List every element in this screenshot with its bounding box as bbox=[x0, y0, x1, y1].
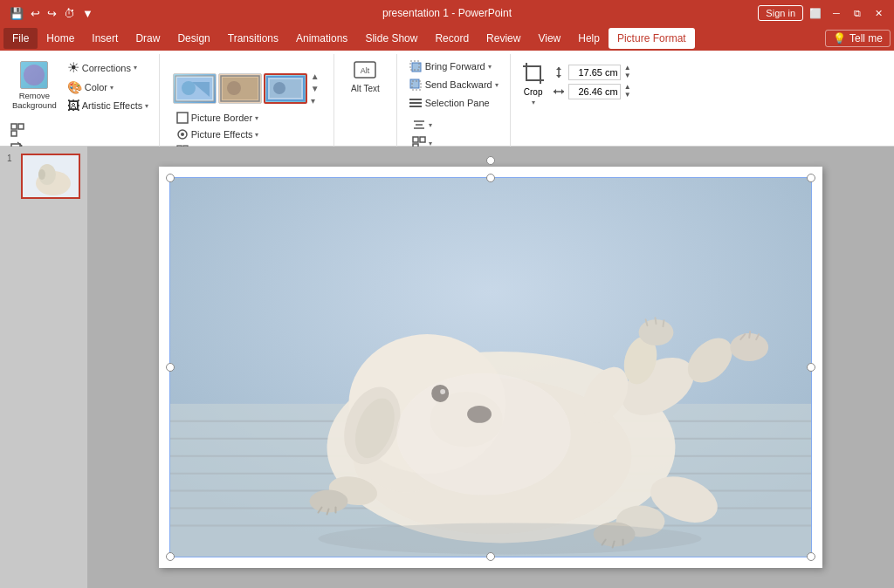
height-input[interactable] bbox=[568, 65, 621, 80]
align-button[interactable]: ▾ bbox=[409, 116, 436, 133]
crop-button[interactable]: Crop ▾ bbox=[518, 58, 549, 110]
width-spin[interactable]: ▲ ▼ bbox=[624, 84, 631, 99]
corrections-dropdown[interactable]: ▾ bbox=[134, 64, 137, 72]
canvas-area bbox=[87, 147, 894, 588]
handle-e[interactable] bbox=[807, 363, 815, 372]
handle-s[interactable] bbox=[486, 552, 495, 561]
selected-image-container[interactable] bbox=[169, 177, 812, 557]
styles-more[interactable]: ▾ bbox=[309, 95, 321, 106]
timer-qa-btn[interactable]: ⏱ bbox=[61, 5, 78, 22]
height-down[interactable]: ▼ bbox=[624, 72, 631, 80]
close-button[interactable]: ✕ bbox=[870, 4, 887, 22]
handle-nw[interactable] bbox=[166, 174, 175, 182]
compress-icon bbox=[10, 123, 24, 137]
svg-point-9 bbox=[227, 81, 241, 95]
menu-home[interactable]: Home bbox=[38, 28, 83, 49]
svg-point-6 bbox=[182, 81, 196, 95]
title-bar-left: 💾 ↩ ↪ ⏱ ▼ bbox=[7, 5, 96, 22]
menu-file[interactable]: File bbox=[3, 28, 38, 49]
crop-label: Crop bbox=[524, 87, 543, 97]
bring-forward-dropdown[interactable]: ▾ bbox=[488, 63, 492, 71]
color-dropdown[interactable]: ▾ bbox=[110, 84, 113, 92]
svg-point-12 bbox=[273, 82, 285, 94]
color-icon: 🎨 bbox=[67, 80, 82, 94]
style-preview-3[interactable] bbox=[264, 73, 307, 104]
style-preview-1[interactable] bbox=[173, 73, 217, 104]
app-body: 1 bbox=[0, 147, 894, 588]
svg-rect-1 bbox=[18, 124, 24, 129]
width-input-row: ▲ ▼ bbox=[553, 84, 631, 99]
artistic-effects-button[interactable]: 🖼 Artistic Effects ▾ bbox=[64, 97, 152, 114]
maximize-button[interactable]: ⬜ bbox=[807, 4, 824, 22]
menu-slideshow[interactable]: Slide Show bbox=[356, 28, 426, 49]
handle-ne[interactable] bbox=[807, 174, 815, 182]
menu-picture-format[interactable]: Picture Format bbox=[609, 28, 695, 49]
menu-draw[interactable]: Draw bbox=[127, 28, 168, 49]
redo-qa-btn[interactable]: ↪ bbox=[45, 5, 59, 22]
height-icon bbox=[553, 66, 565, 79]
width-down[interactable]: ▼ bbox=[624, 92, 631, 99]
corrections-button[interactable]: ☀ Corrections ▾ bbox=[64, 58, 152, 78]
handle-n[interactable] bbox=[486, 174, 495, 182]
send-backward-dropdown[interactable]: ▾ bbox=[495, 81, 499, 89]
tell-me-label: Tell me bbox=[849, 32, 883, 44]
picture-border-button[interactable]: Picture Border ▾ bbox=[173, 110, 321, 126]
send-backward-button[interactable]: Send Backward ▾ bbox=[405, 76, 502, 93]
remove-background-icon bbox=[20, 61, 48, 89]
handle-se[interactable] bbox=[807, 552, 815, 561]
style-preview-2[interactable] bbox=[218, 73, 262, 104]
menu-view[interactable]: View bbox=[529, 28, 569, 49]
crop-dropdown-arrow[interactable]: ▾ bbox=[532, 99, 535, 106]
remove-background-button[interactable]: RemoveBackground bbox=[7, 54, 62, 117]
styles-scroll-up[interactable]: ▲ bbox=[309, 71, 321, 82]
ribbon: RemoveBackground ☀ Corrections ▾ 🎨 Color… bbox=[0, 51, 894, 147]
slide-1-thumbnail[interactable] bbox=[21, 154, 80, 199]
restore-button[interactable]: ⧉ bbox=[849, 4, 866, 22]
svg-rect-32 bbox=[413, 137, 418, 142]
slide-panel[interactable]: 1 bbox=[0, 147, 87, 588]
alt-text-button[interactable]: Alt Alt Text bbox=[347, 54, 383, 97]
selection-pane-button[interactable]: Selection Pane bbox=[405, 94, 502, 112]
window-title: presentation 1 - PowerPoint bbox=[382, 7, 512, 19]
menu-insert[interactable]: Insert bbox=[83, 28, 127, 49]
menu-design[interactable]: Design bbox=[168, 28, 218, 49]
svg-rect-13 bbox=[177, 113, 188, 123]
handle-w[interactable] bbox=[166, 363, 175, 372]
artistic-effects-dropdown[interactable]: ▾ bbox=[145, 102, 148, 110]
menu-review[interactable]: Review bbox=[478, 28, 529, 49]
menu-bar: File Home Insert Draw Design Transitions… bbox=[0, 26, 894, 51]
bring-forward-button[interactable]: Bring Forward ▾ bbox=[405, 58, 502, 75]
svg-point-41 bbox=[38, 169, 45, 180]
compress-pictures-button[interactable] bbox=[7, 121, 28, 139]
alt-text-label: Alt Text bbox=[351, 84, 380, 93]
picture-effects-dropdown[interactable]: ▾ bbox=[255, 131, 258, 139]
picture-border-label: Picture Border bbox=[191, 113, 252, 123]
slide-1-thumb[interactable]: 1 bbox=[7, 154, 80, 199]
align-icon bbox=[412, 118, 426, 132]
picture-effects-button[interactable]: Picture Effects ▾ bbox=[173, 126, 321, 142]
styles-scroll-down[interactable]: ▼ bbox=[309, 83, 321, 94]
align-dropdown[interactable]: ▾ bbox=[429, 121, 432, 129]
handle-sw[interactable] bbox=[166, 552, 175, 561]
picture-effects-icon bbox=[176, 128, 189, 140]
corrections-label: Corrections bbox=[82, 63, 131, 73]
menu-record[interactable]: Record bbox=[426, 28, 478, 49]
rotation-handle[interactable] bbox=[486, 156, 495, 165]
sign-in-button[interactable]: Sign in bbox=[758, 5, 803, 21]
picture-border-icon bbox=[176, 112, 189, 124]
tell-me-box[interactable]: 💡 Tell me bbox=[825, 30, 891, 47]
color-button[interactable]: 🎨 Color ▾ bbox=[64, 79, 152, 96]
menu-animations[interactable]: Animations bbox=[287, 28, 356, 49]
minimize-button[interactable]: ─ bbox=[828, 4, 845, 22]
picture-border-dropdown[interactable]: ▾ bbox=[255, 114, 258, 122]
undo-qa-btn[interactable]: ↩ bbox=[28, 5, 43, 22]
menu-help[interactable]: Help bbox=[569, 28, 609, 49]
dropdown-qa-btn[interactable]: ▼ bbox=[79, 5, 96, 22]
height-spin[interactable]: ▲ ▼ bbox=[624, 65, 631, 80]
svg-rect-2 bbox=[11, 131, 17, 136]
width-input[interactable] bbox=[568, 84, 621, 99]
save-qa-btn[interactable]: 💾 bbox=[7, 5, 26, 22]
slide-canvas[interactable] bbox=[159, 167, 822, 568]
menu-transitions[interactable]: Transitions bbox=[219, 28, 287, 49]
svg-text:Alt: Alt bbox=[361, 66, 370, 75]
